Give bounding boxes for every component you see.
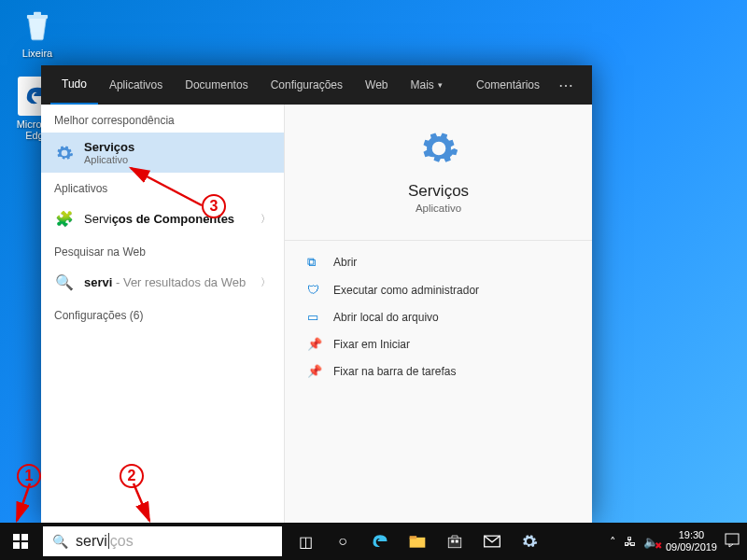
svg-rect-2 <box>13 534 20 540</box>
action-open[interactable]: ⧉Abrir <box>285 248 592 276</box>
search-results-list: Melhor correspondência Serviços Aplicati… <box>41 105 284 523</box>
desktop-icon-label: Lixeira <box>9 48 65 59</box>
svg-rect-4 <box>13 542 20 549</box>
search-tabs: Tudo Aplicativos Documentos Configuraçõe… <box>41 65 592 105</box>
result-component-services[interactable]: 🧩 Serviços de Componentes 〉 <box>41 201 284 236</box>
result-web-search[interactable]: 🔍 servi - Ver resultados da Web 〉 <box>41 264 284 300</box>
folder-icon: ▭ <box>307 310 322 324</box>
section-best-match: Melhor correspondência <box>41 105 284 133</box>
taskbar-services-icon[interactable] <box>512 523 547 560</box>
action-run-admin[interactable]: 🛡Executar como administrador <box>285 276 592 303</box>
result-title: Serviços de Componentes <box>84 212 251 226</box>
task-view-button[interactable]: ◫ <box>288 523 323 560</box>
action-pin-taskbar[interactable]: 📌Fixar na barra de tarefas <box>285 357 592 385</box>
search-input-text: serviços <box>76 533 134 550</box>
pin-icon: 📌 <box>307 337 322 351</box>
tray-date: 09/09/2019 <box>666 541 717 553</box>
preview-subtitle: Aplicativo <box>408 203 469 214</box>
recycle-bin-icon <box>18 6 57 45</box>
tab-documents[interactable]: Documentos <box>174 65 259 105</box>
preview-title: Serviços <box>408 182 469 201</box>
tray-network-icon[interactable]: 🖧 <box>624 535 636 549</box>
result-title: Serviços <box>84 140 271 154</box>
taskbar-explorer-icon[interactable] <box>400 523 435 560</box>
svg-rect-8 <box>448 538 461 548</box>
svg-rect-7 <box>410 536 417 539</box>
result-best-services[interactable]: Serviços Aplicativo <box>41 133 284 173</box>
start-search-panel: Tudo Aplicativos Documentos Configuraçõe… <box>41 65 592 523</box>
section-web: Pesquisar na Web <box>41 236 284 264</box>
component-icon: 🧩 <box>54 208 75 229</box>
desktop-icon-recycle-bin[interactable]: Lixeira <box>9 6 65 59</box>
tray-time: 19:30 <box>666 529 717 541</box>
taskbar-pinned: ◫ ○ <box>288 523 547 560</box>
section-apps: Aplicativos <box>41 173 284 201</box>
result-preview-pane: Serviços Aplicativo ⧉Abrir 🛡Executar com… <box>284 105 592 523</box>
start-button[interactable] <box>0 523 41 560</box>
tab-more[interactable]: Mais▾ <box>400 65 454 105</box>
svg-rect-3 <box>21 534 28 540</box>
shield-icon: 🛡 <box>307 283 322 297</box>
result-subtitle: Aplicativo <box>84 154 271 165</box>
system-tray: ˄ 🖧 🔈✖ 19:30 09/09/2019 <box>602 529 747 553</box>
windows-icon <box>13 534 28 549</box>
search-icon: 🔍 <box>54 272 75 292</box>
taskbar-store-icon[interactable] <box>437 523 472 560</box>
open-icon: ⧉ <box>307 255 322 270</box>
taskbar-edge-icon[interactable] <box>362 523 398 560</box>
taskbar-mail-icon[interactable] <box>474 523 510 560</box>
action-open-location[interactable]: ▭Abrir local do arquivo <box>285 303 592 330</box>
section-settings: Configurações (6) <box>41 300 284 328</box>
action-pin-start[interactable]: 📌Fixar em Iniciar <box>285 330 592 357</box>
svg-rect-10 <box>456 540 458 543</box>
cortana-icon[interactable]: ○ <box>325 523 360 560</box>
menu-more-icon[interactable]: ⋯ <box>551 77 583 94</box>
tab-settings[interactable]: Configurações <box>260 65 354 105</box>
svg-rect-12 <box>726 534 739 544</box>
gear-icon <box>54 143 75 163</box>
chevron-right-icon: 〉 <box>261 275 271 289</box>
tray-clock[interactable]: 19:30 09/09/2019 <box>666 529 717 553</box>
svg-rect-1 <box>34 12 41 16</box>
pin-icon: 📌 <box>307 364 322 378</box>
svg-rect-9 <box>451 540 454 543</box>
preview-actions: ⧉Abrir 🛡Executar como administrador ▭Abr… <box>285 240 592 392</box>
gear-icon <box>416 128 461 173</box>
action-center-icon[interactable] <box>725 533 740 551</box>
svg-rect-5 <box>21 542 28 549</box>
result-title: servi - Ver resultados da Web <box>84 275 251 289</box>
tab-web[interactable]: Web <box>354 65 399 105</box>
search-icon: 🔍 <box>52 534 68 549</box>
taskbar-search-box[interactable]: 🔍 serviços <box>43 526 282 556</box>
tray-chevron-up-icon[interactable]: ˄ <box>610 535 616 549</box>
chevron-right-icon: 〉 <box>261 212 271 226</box>
taskbar: 🔍 serviços ◫ ○ ˄ 🖧 🔈✖ 19:30 09/09/2019 <box>0 523 747 560</box>
tab-feedback[interactable]: Comentários <box>465 65 551 105</box>
tab-apps[interactable]: Aplicativos <box>98 65 174 105</box>
tray-volume-icon[interactable]: 🔈✖ <box>643 535 658 549</box>
chevron-down-icon: ▾ <box>438 80 443 90</box>
tab-all[interactable]: Tudo <box>50 65 98 105</box>
